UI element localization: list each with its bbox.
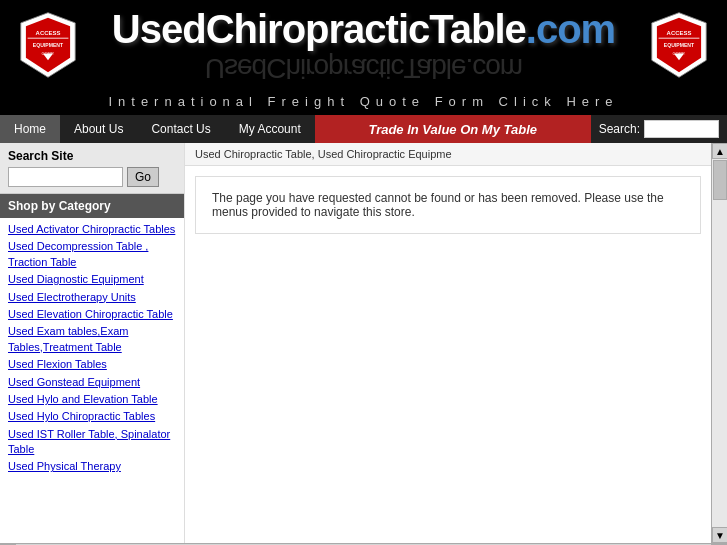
nav-search-area: Search: bbox=[591, 120, 727, 138]
nav-about-us[interactable]: About Us bbox=[60, 115, 137, 143]
sidebar-link-2[interactable]: Used Diagnostic Equipment bbox=[8, 272, 176, 287]
sidebar-search-row: Go bbox=[8, 167, 176, 187]
sidebar-search-input[interactable] bbox=[8, 167, 123, 187]
sidebar-link-11[interactable]: Used Physical Therapy bbox=[8, 459, 176, 474]
svg-text:ACCESS: ACCESS bbox=[36, 30, 61, 36]
nav-search-input[interactable] bbox=[644, 120, 719, 138]
title-main: UsedChiropracticTable bbox=[112, 7, 526, 51]
sidebar-link-4[interactable]: Used Elevation Chiropractic Table bbox=[8, 307, 176, 322]
svg-text:ACCESS: ACCESS bbox=[667, 30, 692, 36]
content-area: Used Chiropractic Table, Used Chiropract… bbox=[185, 143, 711, 543]
error-message: The page you have requested cannot be fo… bbox=[195, 176, 701, 234]
nav-trade-value[interactable]: Trade In Value On My Table bbox=[315, 115, 591, 143]
scroll-thumb[interactable] bbox=[713, 160, 727, 200]
sidebar-search-box: Search Site Go bbox=[0, 143, 184, 194]
site-title: UsedChiropracticTable.com bbox=[88, 7, 639, 52]
sidebar-category-label: Shop by Category bbox=[0, 194, 184, 218]
svg-text:EQUIPMENT: EQUIPMENT bbox=[664, 42, 695, 48]
shield-icon-left: ACCESS EQUIPMENT CORP. bbox=[14, 11, 82, 79]
title-reflection: UsedChiropracticTable.com bbox=[88, 52, 639, 84]
sidebar-go-button[interactable]: Go bbox=[127, 167, 159, 187]
search-label: Search: bbox=[599, 122, 640, 136]
logo-right: ACCESS EQUIPMENT CORP. bbox=[639, 5, 719, 85]
sidebar-link-5[interactable]: Used Exam tables,Exam Tables,Treatment T… bbox=[8, 324, 176, 355]
freight-bar[interactable]: International Freight Quote Form Click H… bbox=[0, 90, 727, 115]
vertical-scrollbar[interactable]: ▲ ▼ bbox=[711, 143, 727, 543]
sidebar-links: Used Activator Chiropractic Tables Used … bbox=[0, 218, 184, 481]
scroll-up-button[interactable]: ▲ bbox=[712, 143, 727, 159]
sidebar-link-10[interactable]: Used IST Roller Table, Spinalator Table bbox=[8, 427, 176, 458]
title-dot-com: .com bbox=[526, 7, 615, 51]
breadcrumb: Used Chiropractic Table, Used Chiropract… bbox=[185, 143, 711, 166]
sidebar: Search Site Go Shop by Category Used Act… bbox=[0, 143, 185, 543]
freight-text: International Freight Quote Form Click H… bbox=[108, 94, 618, 109]
svg-text:EQUIPMENT: EQUIPMENT bbox=[33, 42, 64, 48]
site-title-block: UsedChiropracticTable.com UsedChiropract… bbox=[88, 7, 639, 84]
site-header: ACCESS EQUIPMENT CORP. UsedChiropracticT… bbox=[0, 0, 727, 90]
sidebar-link-7[interactable]: Used Gonstead Equipment bbox=[8, 375, 176, 390]
nav-my-account[interactable]: My Account bbox=[225, 115, 315, 143]
nav-home[interactable]: Home bbox=[0, 115, 60, 143]
logo-left: ACCESS EQUIPMENT CORP. bbox=[8, 5, 88, 85]
main-layout: Search Site Go Shop by Category Used Act… bbox=[0, 143, 727, 543]
shield-icon-right: ACCESS EQUIPMENT CORP. bbox=[645, 11, 713, 79]
sidebar-link-0[interactable]: Used Activator Chiropractic Tables bbox=[8, 222, 176, 237]
nav-bar: Home About Us Contact Us My Account Trad… bbox=[0, 115, 727, 143]
sidebar-link-3[interactable]: Used Electrotherapy Units bbox=[8, 290, 176, 305]
scroll-track[interactable] bbox=[712, 159, 727, 527]
sidebar-link-9[interactable]: Used Hylo Chiropractic Tables bbox=[8, 409, 176, 424]
sidebar-link-6[interactable]: Used Flexion Tables bbox=[8, 357, 176, 372]
scroll-down-button[interactable]: ▼ bbox=[712, 527, 727, 543]
sidebar-link-1[interactable]: Used Decompression Table , Traction Tabl… bbox=[8, 239, 176, 270]
sidebar-link-8[interactable]: Used Hylo and Elevation Table bbox=[8, 392, 176, 407]
nav-contact-us[interactable]: Contact Us bbox=[137, 115, 224, 143]
sidebar-search-label: Search Site bbox=[8, 149, 176, 163]
